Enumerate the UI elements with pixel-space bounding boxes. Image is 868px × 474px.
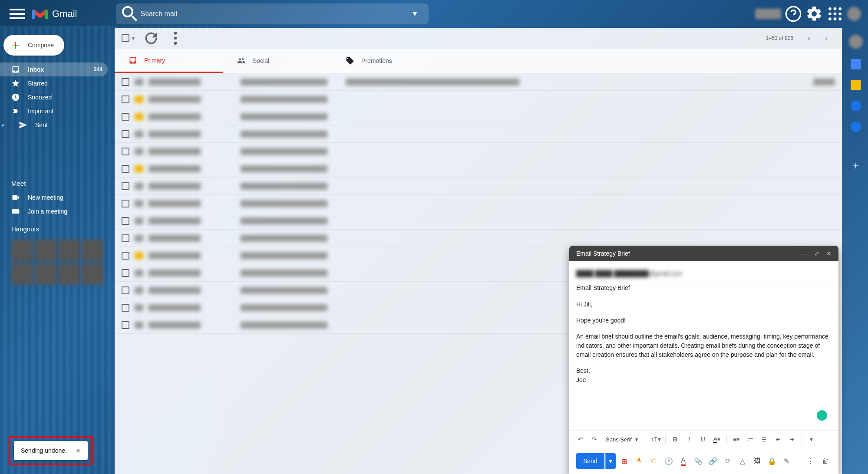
row-star[interactable] <box>135 113 143 120</box>
row-checkbox[interactable] <box>122 269 129 277</box>
row-checkbox[interactable] <box>122 286 129 294</box>
select-all-checkbox[interactable]: ▼ <box>122 34 135 42</box>
sidebar-item-sent[interactable]: ▾ Sent <box>0 118 111 132</box>
apps-grid-icon[interactable] <box>826 5 844 23</box>
italic-icon[interactable]: I <box>683 433 695 445</box>
calendar-icon[interactable] <box>851 59 861 69</box>
align-icon[interactable]: ≡▾ <box>730 433 743 445</box>
sidebar-item-snoozed[interactable]: Snoozed <box>0 90 108 104</box>
row-star[interactable] <box>135 217 143 224</box>
row-checkbox[interactable] <box>122 304 129 312</box>
tab-primary[interactable]: Primary <box>115 49 223 73</box>
email-row[interactable] <box>115 160 842 178</box>
confidential-icon[interactable]: 🔒 <box>766 455 778 467</box>
search-options-icon[interactable]: ▼ <box>404 3 425 24</box>
tasks-icon[interactable] <box>851 101 861 111</box>
bold-icon[interactable]: B <box>669 433 681 445</box>
email-row[interactable] <box>115 91 842 108</box>
link-icon[interactable]: 🔗 <box>707 455 719 467</box>
toast-close-icon[interactable]: ✕ <box>76 447 81 454</box>
main-menu-icon[interactable] <box>7 3 28 24</box>
row-star[interactable] <box>135 148 143 155</box>
row-star[interactable] <box>135 235 143 242</box>
text-color-icon[interactable]: A▾ <box>711 433 723 445</box>
compose-to-field[interactable]: ████ ████ ████████@gmail.com <box>576 267 832 281</box>
email-row[interactable] <box>115 143 842 160</box>
keep-icon[interactable] <box>851 80 861 90</box>
settings-icon[interactable] <box>805 5 823 23</box>
hangout-contact[interactable] <box>58 240 80 261</box>
templates-icon[interactable]: ⊞ <box>618 455 630 467</box>
close-icon[interactable]: ✕ <box>826 250 832 257</box>
numbered-list-icon[interactable]: ≔ <box>744 433 756 445</box>
email-row[interactable] <box>115 125 842 143</box>
schedule-icon[interactable]: 🕐 <box>663 455 675 467</box>
tracking-icon[interactable]: 👁 <box>633 455 645 467</box>
meet-join-meeting[interactable]: Join a meeting <box>0 204 108 218</box>
search-bar[interactable]: ▼ <box>116 3 429 24</box>
row-star[interactable] <box>135 252 143 259</box>
bullet-list-icon[interactable]: ☰ <box>758 433 770 445</box>
tab-promotions[interactable]: Promotions <box>332 49 440 73</box>
grammarly-icon[interactable] <box>817 410 827 421</box>
account-avatar[interactable] <box>847 7 861 21</box>
compose-content-area[interactable]: Hi Jill, Hope you're good! An email brie… <box>576 295 832 425</box>
contacts-icon[interactable] <box>851 122 861 132</box>
font-size-icon[interactable]: ᴛT▾ <box>650 433 662 445</box>
row-star[interactable] <box>135 79 143 86</box>
redo-icon[interactable]: ↷ <box>588 433 601 445</box>
row-checkbox[interactable] <box>122 234 129 242</box>
hangout-contact[interactable] <box>11 263 33 285</box>
compose-subject-field[interactable]: Email Strategy Brief <box>576 281 832 295</box>
email-row[interactable] <box>115 178 842 195</box>
row-star[interactable] <box>135 96 143 103</box>
row-checkbox[interactable] <box>122 200 129 207</box>
email-row[interactable] <box>115 212 842 230</box>
sequences-icon[interactable]: ⧉ <box>648 455 660 467</box>
meet-new-meeting[interactable]: New meeting <box>0 191 108 204</box>
underline-icon[interactable]: U <box>697 433 709 445</box>
send-options-icon[interactable]: ▼ <box>605 453 616 469</box>
row-star[interactable] <box>135 200 143 207</box>
row-checkbox[interactable] <box>122 182 129 190</box>
row-star[interactable] <box>135 270 143 276</box>
add-addon-icon[interactable]: + <box>853 160 859 172</box>
indent-more-icon[interactable]: ⇥ <box>786 433 798 445</box>
sidebar-item-inbox[interactable]: Inbox 244 <box>0 63 108 76</box>
row-checkbox[interactable] <box>122 113 129 121</box>
compose-header[interactable]: Email Strategy Brief — ⤢ ✕ <box>569 246 838 261</box>
account-avatar-small[interactable] <box>849 35 863 49</box>
undo-icon[interactable]: ↶ <box>574 433 587 445</box>
minimize-icon[interactable]: — <box>801 250 807 257</box>
emoji-icon[interactable]: ☺ <box>722 455 734 467</box>
send-button[interactable]: Send <box>576 453 604 469</box>
attach-icon[interactable]: 📎 <box>692 455 704 467</box>
prev-page-icon[interactable]: ‹ <box>800 30 818 47</box>
hangout-contact[interactable] <box>58 263 80 285</box>
row-star[interactable] <box>135 131 143 138</box>
row-star[interactable] <box>135 322 143 329</box>
row-checkbox[interactable] <box>122 321 129 329</box>
row-checkbox[interactable] <box>122 252 129 260</box>
drive-icon[interactable]: △ <box>736 455 749 467</box>
row-checkbox[interactable] <box>122 165 129 173</box>
row-star[interactable] <box>135 304 143 311</box>
discard-icon[interactable]: 🗑 <box>819 455 832 467</box>
row-checkbox[interactable] <box>122 148 129 155</box>
row-checkbox[interactable] <box>122 130 129 138</box>
gmail-logo[interactable]: Gmail <box>31 7 77 20</box>
formatting-toggle-icon[interactable]: A <box>677 455 690 467</box>
hangout-contact[interactable] <box>35 263 56 285</box>
hangout-contact[interactable] <box>82 263 103 285</box>
email-row[interactable] <box>115 108 842 125</box>
row-star[interactable] <box>135 165 143 172</box>
next-page-icon[interactable]: › <box>818 30 835 47</box>
more-icon[interactable] <box>167 30 184 47</box>
expand-icon[interactable]: ▾ <box>2 123 4 128</box>
hangout-contact[interactable] <box>82 240 103 261</box>
search-icon[interactable] <box>119 3 140 24</box>
hangout-contact[interactable] <box>11 240 33 261</box>
search-input[interactable] <box>140 10 404 18</box>
hangout-contact[interactable] <box>35 240 56 261</box>
compose-more-icon[interactable]: ⋮ <box>805 455 817 467</box>
